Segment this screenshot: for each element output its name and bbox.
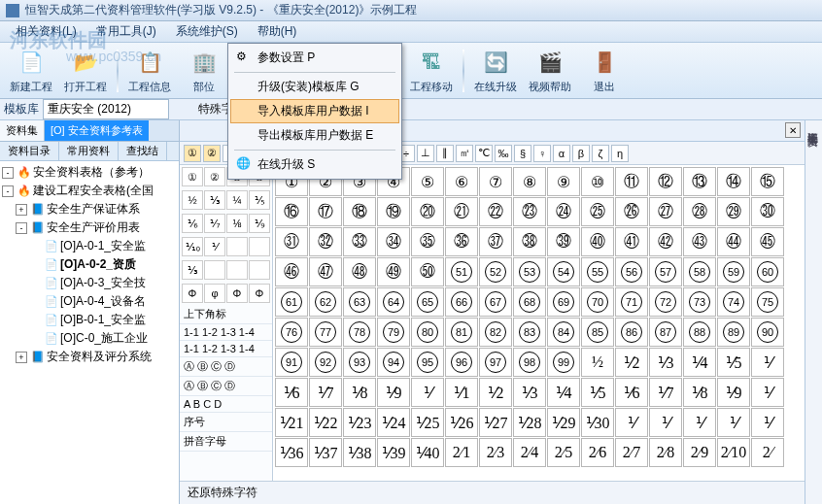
char-cell[interactable]: 54 [547,257,580,286]
char-cell[interactable]: ⅟1 [445,378,478,407]
char-cell[interactable]: ⑰ [309,197,342,226]
char-cell[interactable]: 60 [751,257,784,286]
char-cell[interactable]: ㊲ [479,227,512,256]
char-cell[interactable]: ⅟ [751,348,784,377]
char-cell[interactable]: ⑪ [615,167,648,196]
char-cell[interactable]: ⅟40 [411,438,444,467]
char-cell[interactable]: ⅟4 [683,348,716,377]
tree-toggle-icon[interactable]: + [16,204,27,216]
char-cell[interactable]: ㊵ [581,227,614,256]
char-cat-row[interactable]: Ⓐ Ⓑ Ⓒ Ⓓ [180,377,272,396]
char-cell[interactable]: 59 [717,257,750,286]
char-cell[interactable]: 85 [581,318,614,347]
char-cell[interactable]: ⅟9 [377,378,410,407]
menu-export-userdata[interactable]: 导出模板库用户数据 E [230,123,399,148]
tool-退出[interactable]: 🚪退出 [579,46,630,96]
char-cell[interactable]: ⅟ [615,408,648,437]
char-cat-row[interactable]: 上下角标 [180,305,272,324]
char-cell[interactable]: ㊻ [275,257,308,286]
tool-打开工程[interactable]: 📂打开工程 [60,46,111,96]
char-cell[interactable]: 83 [513,318,546,347]
char-cell[interactable]: 90 [751,318,784,347]
close-icon[interactable]: ✕ [785,122,801,138]
char-cell[interactable]: ⑤ [411,167,444,196]
char-cell[interactable]: 2⁄9 [683,438,716,467]
char-cell[interactable]: 2⁄1 [445,438,478,467]
char-cell[interactable]: ⅟23 [343,408,376,437]
char-sym-btn[interactable]: α [553,145,570,162]
char-cell[interactable]: 66 [445,287,478,317]
char-cell[interactable]: ⑱ [343,197,376,226]
char-cell[interactable]: ⅟7 [649,378,682,407]
char-cat-cell[interactable]: ⅕ [249,190,270,210]
char-cat-cell[interactable]: Φ [226,284,248,303]
menu-tools[interactable]: 常用工具(J) [86,23,166,40]
char-cell[interactable]: ㉜ [309,227,342,256]
char-cell[interactable]: ⅟3 [513,378,546,407]
char-cell[interactable]: 89 [717,318,750,347]
char-cat-row[interactable]: 拼音字母 [180,432,272,452]
menu-import-userdata[interactable]: 导入模板库用户数据 I [230,99,399,123]
tree-node[interactable]: 📄[O]B-0-1_安全监 [2,311,177,329]
char-cat-cell[interactable]: ⅓ [204,190,225,210]
tool-视频帮助[interactable]: 🎬视频帮助 [525,46,575,96]
char-cell[interactable]: ⅟ [751,378,784,407]
menu-upgrade-template[interactable]: 升级(安装)模板库 G [230,75,399,99]
tab-dataset[interactable]: 资料集 [0,120,45,141]
char-cat-row[interactable]: A B C D [180,396,272,413]
char-cell[interactable]: 61 [275,287,308,317]
tool-工程信息[interactable]: 📋工程信息 [124,46,175,96]
char-cell[interactable]: ⅟39 [377,438,410,467]
tree-toggle-icon[interactable]: - [2,185,14,197]
char-cell[interactable]: ⑦ [479,167,512,196]
subtab-common[interactable]: 常用资料 [59,142,119,160]
tree-toggle-icon[interactable]: + [16,352,27,363]
menu-related[interactable]: 相关资料(L) [6,23,86,40]
char-cell[interactable]: ㉘ [683,197,716,226]
char-cat-row[interactable]: 1-1 1-2 1-3 1-4 [180,324,272,341]
char-cell[interactable]: ⅟30 [581,408,614,437]
char-cell[interactable]: ⅟28 [513,408,546,437]
tree-node[interactable]: -🔥安全资料表格（参考） [2,163,177,182]
char-cell[interactable]: ⅟5 [717,348,750,377]
char-cell[interactable]: ⅟ [751,408,784,437]
char-cat-cell[interactable] [226,260,248,280]
char-cell[interactable]: 93 [343,348,376,377]
char-cell[interactable]: 53 [513,257,546,286]
char-cell[interactable]: ⑯ [275,197,308,226]
char-cell[interactable]: ㊾ [377,257,410,286]
char-cat-cell[interactable] [249,260,270,280]
char-cell[interactable]: ⑥ [445,167,478,196]
char-cell[interactable]: ⅟8 [343,378,376,407]
char-cell[interactable]: ⅟4 [547,378,580,407]
char-cell[interactable]: 95 [411,348,444,377]
char-cell[interactable]: ㊹ [717,227,750,256]
char-cell[interactable]: 55 [581,257,614,286]
char-cell[interactable]: 2⁄3 [479,438,512,467]
char-cell[interactable]: 96 [445,348,478,377]
char-cell[interactable]: ㉗ [649,197,682,226]
char-cat-cell[interactable]: ⅙ [182,214,203,233]
char-cell[interactable]: ⅟7 [309,378,342,407]
char-sym-btn[interactable]: ζ [592,145,609,162]
char-cell[interactable]: 62 [309,287,342,317]
char-cell[interactable]: 73 [683,287,716,317]
tree-node[interactable]: 📄[O]A-0-2_资质 [2,255,177,274]
char-cell[interactable]: 65 [411,287,444,317]
menu-param-settings[interactable]: ⚙参数设置 P [230,46,399,70]
char-cell[interactable]: ⅟3 [649,348,682,377]
char-cell[interactable]: 58 [683,257,716,286]
char-sym-btn[interactable]: β [572,145,590,162]
char-cell[interactable]: 2⁄6 [581,438,614,467]
char-cell[interactable]: 92 [309,348,342,377]
char-cell[interactable]: ㉞ [377,227,410,256]
char-cat-cell[interactable]: ⅒ [182,237,203,256]
char-cell[interactable]: 2⁄10 [717,438,750,467]
char-cell[interactable]: ㉑ [445,197,478,226]
char-cell[interactable]: 2⁄ [751,438,784,467]
char-cell[interactable]: ⅟2 [479,378,512,407]
char-cell[interactable]: 98 [513,348,546,377]
template-value[interactable]: 重庆安全 (2012) [43,99,169,119]
char-cell[interactable]: 91 [275,348,308,377]
char-cell[interactable]: ⅟27 [479,408,512,437]
